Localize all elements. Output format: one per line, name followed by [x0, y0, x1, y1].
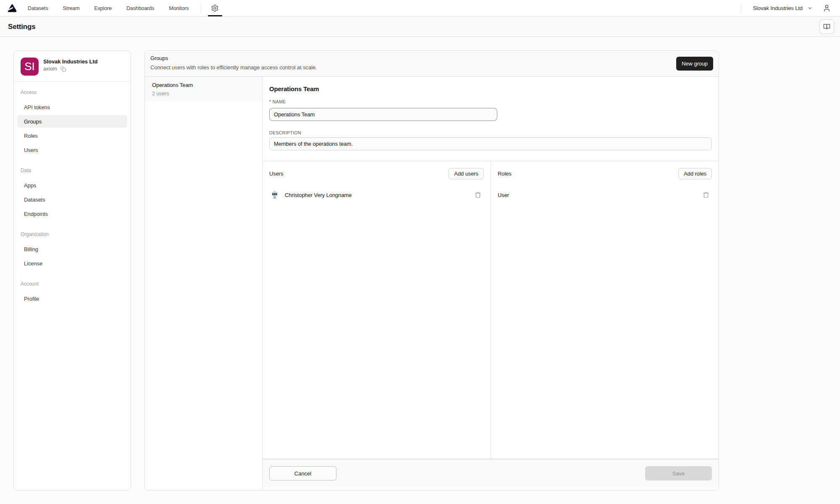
nav-section-access: Access [17, 88, 127, 97]
axiom-logo-icon[interactable] [8, 4, 17, 13]
org-header: SI Slovak Industries Ltd axiom [14, 51, 131, 81]
nav-section-organization: Organization [17, 230, 127, 239]
users-section: Users Add users Christo [262, 161, 491, 459]
group-item-name: Operations Team [152, 81, 255, 89]
sidebar-item-endpoints[interactable]: Endpoints [17, 207, 127, 220]
sidebar-item-profile[interactable]: Profile [17, 292, 127, 305]
description-input[interactable] [269, 137, 712, 150]
remove-user-button[interactable] [475, 192, 481, 198]
role-name: User [498, 192, 703, 198]
docs-button[interactable] [819, 19, 834, 34]
trash-icon [703, 192, 709, 198]
user-menu-icon[interactable] [823, 4, 831, 12]
groups-panel-header: Groups Connect users with roles to effic… [145, 51, 719, 77]
add-users-button[interactable]: Add users [449, 168, 484, 179]
group-item-meta: 2 users [152, 90, 255, 97]
sidebar-item-roles[interactable]: Roles [17, 129, 127, 142]
sidebar-item-api-tokens[interactable]: API tokens [17, 101, 127, 113]
nav-divider [201, 3, 201, 14]
add-roles-button[interactable]: Add roles [678, 168, 712, 179]
sidebar-item-billing[interactable]: Billing [17, 243, 127, 255]
settings-sidebar: SI Slovak Industries Ltd axiom Access AP… [13, 50, 131, 491]
save-button[interactable]: Save [645, 466, 712, 480]
page-title: Settings [8, 23, 35, 31]
sidebar-item-license[interactable]: License [17, 257, 127, 270]
groups-subtitle: Connect users with roles to efficiently … [150, 64, 317, 71]
name-input[interactable] [269, 108, 497, 121]
cancel-button[interactable]: Cancel [269, 466, 336, 480]
description-label: DESCRIPTION [269, 130, 712, 136]
nav-right-divider [741, 3, 741, 13]
nav-item-monitors[interactable]: Monitors [169, 5, 189, 11]
groups-panel: Groups Connect users with roles to effic… [144, 50, 719, 491]
chevron-down-icon [807, 5, 813, 11]
trash-icon [475, 192, 481, 198]
copy-icon[interactable] [60, 66, 66, 72]
name-label: * NAME [269, 99, 712, 105]
sidebar-item-apps[interactable]: Apps [17, 179, 127, 192]
nav-right: Slovak Industries Ltd [741, 3, 831, 13]
group-list-item[interactable]: Operations Team 2 users [145, 77, 262, 102]
nav-section-data: Data [17, 166, 127, 175]
remove-role-button[interactable] [703, 192, 709, 198]
new-group-button[interactable]: New group [676, 57, 713, 71]
org-avatar: SI [21, 58, 39, 76]
nav-tab-settings[interactable] [211, 0, 219, 16]
footer-strip [262, 487, 719, 490]
users-section-title: Users [269, 171, 283, 177]
user-avatar [270, 190, 279, 200]
org-switcher-label: Slovak Industries Ltd [753, 5, 803, 11]
org-name: Slovak Industries Ltd [43, 58, 97, 65]
form-footer: Cancel Save [262, 459, 719, 487]
group-detail: Operations Team * NAME DESCRIPTION Users… [262, 77, 719, 490]
title-bar: Settings [0, 17, 840, 37]
nav-item-datasets[interactable]: Datasets [28, 5, 48, 11]
sidebar-item-groups[interactable]: Groups [17, 115, 127, 128]
roles-section-title: Roles [498, 171, 512, 177]
book-open-icon [823, 23, 830, 30]
top-nav: Datasets Stream Explore Dashboards Monit… [0, 0, 840, 17]
org-slug: axiom [43, 66, 57, 72]
settings-nav: Access API tokens Groups Roles Users Dat… [14, 81, 131, 312]
group-list: Operations Team 2 users [145, 77, 262, 490]
roles-section: Roles Add roles User [491, 161, 719, 459]
active-tab-underline [208, 15, 222, 16]
gear-icon [211, 4, 219, 12]
user-row: Christopher Very Longname [269, 190, 484, 200]
nav-item-dashboards[interactable]: Dashboards [126, 5, 154, 11]
sidebar-item-datasets[interactable]: Datasets [17, 193, 127, 206]
nav-links: Datasets Stream Explore Dashboards Monit… [28, 5, 189, 11]
org-switcher[interactable]: Slovak Industries Ltd [753, 5, 813, 11]
user-name: Christopher Very Longname [285, 192, 475, 198]
nav-section-account: Account [17, 280, 127, 288]
sidebar-item-users[interactable]: Users [17, 144, 127, 156]
groups-title: Groups [150, 55, 317, 62]
role-row: User [498, 190, 712, 200]
nav-item-explore[interactable]: Explore [94, 5, 112, 11]
nav-item-stream[interactable]: Stream [63, 5, 80, 11]
group-detail-title: Operations Team [269, 84, 712, 94]
